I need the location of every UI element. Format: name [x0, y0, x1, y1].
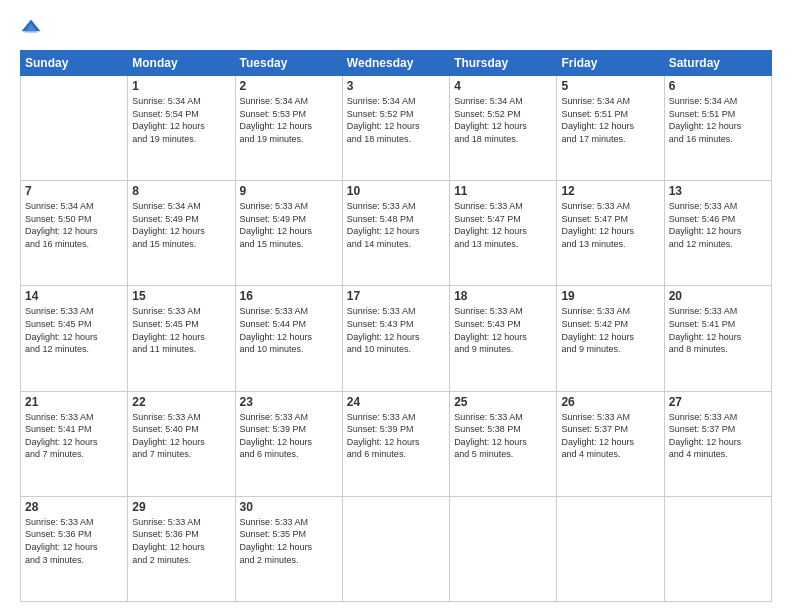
- cell-info: Sunrise: 5:33 AMSunset: 5:37 PMDaylight:…: [669, 411, 767, 461]
- day-number: 2: [240, 79, 338, 93]
- daylight-text: Daylight: 12 hours: [240, 331, 338, 344]
- calendar-header-wednesday: Wednesday: [342, 51, 449, 76]
- sunrise-text: Sunrise: 5:33 AM: [454, 305, 552, 318]
- daylight-text-2: and 12 minutes.: [669, 238, 767, 251]
- cell-info: Sunrise: 5:34 AMSunset: 5:51 PMDaylight:…: [669, 95, 767, 145]
- sunset-text: Sunset: 5:35 PM: [240, 528, 338, 541]
- cell-info: Sunrise: 5:34 AMSunset: 5:50 PMDaylight:…: [25, 200, 123, 250]
- sunrise-text: Sunrise: 5:33 AM: [132, 305, 230, 318]
- calendar-cell: 22Sunrise: 5:33 AMSunset: 5:40 PMDayligh…: [128, 391, 235, 496]
- daylight-text-2: and 7 minutes.: [25, 448, 123, 461]
- daylight-text-2: and 6 minutes.: [240, 448, 338, 461]
- calendar-cell: 21Sunrise: 5:33 AMSunset: 5:41 PMDayligh…: [21, 391, 128, 496]
- calendar-header-row: SundayMondayTuesdayWednesdayThursdayFrid…: [21, 51, 772, 76]
- day-number: 26: [561, 395, 659, 409]
- daylight-text: Daylight: 12 hours: [132, 225, 230, 238]
- sunset-text: Sunset: 5:46 PM: [669, 213, 767, 226]
- sunset-text: Sunset: 5:45 PM: [132, 318, 230, 331]
- calendar-cell: 20Sunrise: 5:33 AMSunset: 5:41 PMDayligh…: [664, 286, 771, 391]
- sunrise-text: Sunrise: 5:33 AM: [25, 411, 123, 424]
- calendar-cell: 8Sunrise: 5:34 AMSunset: 5:49 PMDaylight…: [128, 181, 235, 286]
- sunset-text: Sunset: 5:50 PM: [25, 213, 123, 226]
- day-number: 29: [132, 500, 230, 514]
- day-number: 1: [132, 79, 230, 93]
- calendar-cell: 29Sunrise: 5:33 AMSunset: 5:36 PMDayligh…: [128, 496, 235, 601]
- day-number: 24: [347, 395, 445, 409]
- daylight-text-2: and 2 minutes.: [240, 554, 338, 567]
- calendar-header-thursday: Thursday: [450, 51, 557, 76]
- sunset-text: Sunset: 5:52 PM: [454, 108, 552, 121]
- daylight-text-2: and 13 minutes.: [454, 238, 552, 251]
- calendar-cell: 4Sunrise: 5:34 AMSunset: 5:52 PMDaylight…: [450, 76, 557, 181]
- daylight-text-2: and 16 minutes.: [25, 238, 123, 251]
- cell-info: Sunrise: 5:34 AMSunset: 5:49 PMDaylight:…: [132, 200, 230, 250]
- calendar-header-friday: Friday: [557, 51, 664, 76]
- daylight-text-2: and 15 minutes.: [132, 238, 230, 251]
- sunrise-text: Sunrise: 5:34 AM: [347, 95, 445, 108]
- day-number: 9: [240, 184, 338, 198]
- sunset-text: Sunset: 5:43 PM: [454, 318, 552, 331]
- calendar-cell: [557, 496, 664, 601]
- day-number: 13: [669, 184, 767, 198]
- cell-info: Sunrise: 5:33 AMSunset: 5:41 PMDaylight:…: [669, 305, 767, 355]
- calendar-cell: 26Sunrise: 5:33 AMSunset: 5:37 PMDayligh…: [557, 391, 664, 496]
- daylight-text: Daylight: 12 hours: [454, 120, 552, 133]
- sunrise-text: Sunrise: 5:33 AM: [669, 305, 767, 318]
- cell-info: Sunrise: 5:33 AMSunset: 5:48 PMDaylight:…: [347, 200, 445, 250]
- daylight-text-2: and 16 minutes.: [669, 133, 767, 146]
- calendar-cell: 9Sunrise: 5:33 AMSunset: 5:49 PMDaylight…: [235, 181, 342, 286]
- daylight-text: Daylight: 12 hours: [240, 120, 338, 133]
- daylight-text: Daylight: 12 hours: [669, 225, 767, 238]
- cell-info: Sunrise: 5:34 AMSunset: 5:54 PMDaylight:…: [132, 95, 230, 145]
- sunrise-text: Sunrise: 5:33 AM: [240, 411, 338, 424]
- calendar-cell: 5Sunrise: 5:34 AMSunset: 5:51 PMDaylight…: [557, 76, 664, 181]
- calendar-table: SundayMondayTuesdayWednesdayThursdayFrid…: [20, 50, 772, 602]
- sunset-text: Sunset: 5:43 PM: [347, 318, 445, 331]
- day-number: 14: [25, 289, 123, 303]
- calendar-cell: 18Sunrise: 5:33 AMSunset: 5:43 PMDayligh…: [450, 286, 557, 391]
- daylight-text-2: and 13 minutes.: [561, 238, 659, 251]
- day-number: 15: [132, 289, 230, 303]
- sunrise-text: Sunrise: 5:34 AM: [561, 95, 659, 108]
- daylight-text-2: and 4 minutes.: [561, 448, 659, 461]
- calendar-cell: 17Sunrise: 5:33 AMSunset: 5:43 PMDayligh…: [342, 286, 449, 391]
- calendar-cell: 24Sunrise: 5:33 AMSunset: 5:39 PMDayligh…: [342, 391, 449, 496]
- daylight-text: Daylight: 12 hours: [561, 436, 659, 449]
- daylight-text-2: and 17 minutes.: [561, 133, 659, 146]
- daylight-text: Daylight: 12 hours: [347, 331, 445, 344]
- sunrise-text: Sunrise: 5:34 AM: [240, 95, 338, 108]
- daylight-text-2: and 18 minutes.: [347, 133, 445, 146]
- daylight-text-2: and 19 minutes.: [240, 133, 338, 146]
- cell-info: Sunrise: 5:33 AMSunset: 5:49 PMDaylight:…: [240, 200, 338, 250]
- daylight-text: Daylight: 12 hours: [132, 436, 230, 449]
- calendar-cell: [21, 76, 128, 181]
- calendar-cell: 15Sunrise: 5:33 AMSunset: 5:45 PMDayligh…: [128, 286, 235, 391]
- day-number: 11: [454, 184, 552, 198]
- calendar-cell: 16Sunrise: 5:33 AMSunset: 5:44 PMDayligh…: [235, 286, 342, 391]
- daylight-text-2: and 4 minutes.: [669, 448, 767, 461]
- daylight-text: Daylight: 12 hours: [561, 225, 659, 238]
- day-number: 10: [347, 184, 445, 198]
- daylight-text: Daylight: 12 hours: [347, 120, 445, 133]
- daylight-text: Daylight: 12 hours: [454, 225, 552, 238]
- sunset-text: Sunset: 5:42 PM: [561, 318, 659, 331]
- sunset-text: Sunset: 5:44 PM: [240, 318, 338, 331]
- cell-info: Sunrise: 5:34 AMSunset: 5:51 PMDaylight:…: [561, 95, 659, 145]
- cell-info: Sunrise: 5:33 AMSunset: 5:40 PMDaylight:…: [132, 411, 230, 461]
- day-number: 7: [25, 184, 123, 198]
- day-number: 20: [669, 289, 767, 303]
- calendar-cell: 7Sunrise: 5:34 AMSunset: 5:50 PMDaylight…: [21, 181, 128, 286]
- day-number: 21: [25, 395, 123, 409]
- sunrise-text: Sunrise: 5:33 AM: [132, 411, 230, 424]
- sunrise-text: Sunrise: 5:33 AM: [561, 200, 659, 213]
- daylight-text-2: and 18 minutes.: [454, 133, 552, 146]
- calendar-cell: 30Sunrise: 5:33 AMSunset: 5:35 PMDayligh…: [235, 496, 342, 601]
- daylight-text-2: and 7 minutes.: [132, 448, 230, 461]
- daylight-text: Daylight: 12 hours: [347, 436, 445, 449]
- calendar-week-5: 28Sunrise: 5:33 AMSunset: 5:36 PMDayligh…: [21, 496, 772, 601]
- sunrise-text: Sunrise: 5:33 AM: [347, 305, 445, 318]
- sunset-text: Sunset: 5:37 PM: [669, 423, 767, 436]
- daylight-text: Daylight: 12 hours: [25, 331, 123, 344]
- cell-info: Sunrise: 5:33 AMSunset: 5:43 PMDaylight:…: [347, 305, 445, 355]
- sunset-text: Sunset: 5:53 PM: [240, 108, 338, 121]
